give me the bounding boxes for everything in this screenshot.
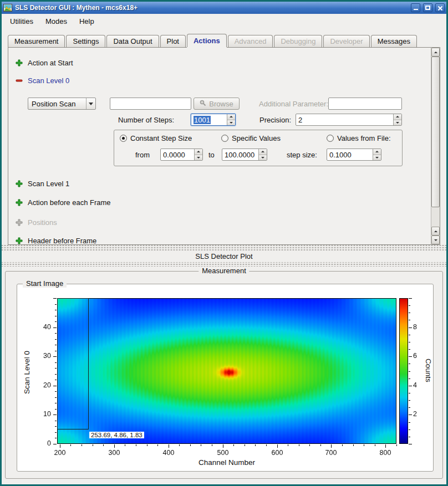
radio-checked-icon [120, 135, 127, 142]
step-size-spinbox[interactable]: 0.1000 [327, 149, 381, 161]
axis-tick [375, 444, 375, 446]
maximize-button[interactable] [423, 3, 432, 12]
menu-modes[interactable]: Modes [42, 16, 71, 27]
positions-label: Positions [28, 218, 57, 227]
collapse-minus-icon[interactable] [16, 77, 23, 84]
tab-data-output[interactable]: Data Output [106, 35, 159, 47]
step-size-value[interactable]: 0.1000 [327, 149, 373, 160]
spin-up-button[interactable] [259, 149, 267, 155]
heatmap-canvas[interactable] [57, 298, 396, 444]
expand-plus-icon[interactable] [16, 237, 23, 244]
spin-down-button[interactable] [394, 120, 401, 126]
splitter-handle[interactable] [2, 245, 446, 250]
browse-button[interactable]: Browse [194, 98, 240, 110]
scan-script-field[interactable] [110, 98, 191, 110]
radio-specific-values[interactable]: Specific Values [221, 134, 281, 142]
scan-level-1-label: Scan Level 1 [28, 180, 69, 188]
axis-tick [233, 444, 234, 446]
from-spinbox[interactable]: 0.0000 [160, 149, 203, 161]
from-value[interactable]: 0.0000 [161, 149, 194, 160]
axis-tick [103, 444, 104, 446]
splitter-handle-lower[interactable] [2, 262, 446, 267]
radio-values-from-file[interactable]: Values from File: [327, 134, 391, 142]
axis-tick [409, 305, 410, 306]
minimize-button[interactable] [411, 3, 420, 12]
tab-advanced[interactable]: Advanced [228, 35, 273, 47]
tab-measurement[interactable]: Measurement [8, 35, 65, 47]
axis-tick [53, 328, 57, 328]
additional-parameter-field[interactable] [328, 98, 402, 110]
axis-tick [55, 409, 57, 410]
number-of-steps-spinbox[interactable]: 1001 [191, 114, 236, 126]
number-of-steps-value[interactable]: 1001 [191, 114, 227, 125]
y-tick-label: 20 [34, 381, 51, 389]
tab-developer[interactable]: Developer [323, 35, 369, 47]
combo-dropdown-arrow[interactable] [86, 98, 95, 109]
spin-up-button[interactable] [195, 149, 202, 155]
actions-content: Action at Start Scan Level 0 Position Sc… [8, 48, 431, 244]
y-tick-label: 0 [34, 439, 51, 447]
scrollbar-thumb[interactable] [431, 57, 440, 207]
tab-debugging[interactable]: Debugging [274, 35, 322, 47]
axis-tick [55, 374, 57, 375]
to-value[interactable]: 100.0000 [222, 149, 258, 160]
titlebar[interactable]: SLS Detector GUI : Mythen - mcs6x18+ [2, 2, 446, 14]
scan-level-1-row[interactable]: Scan Level 1 [16, 180, 69, 188]
radio-constant-label: Constant Step Size [130, 134, 192, 142]
from-label: from [135, 149, 150, 161]
axis-tick [409, 437, 410, 437]
axis-tick [353, 444, 354, 446]
magnifier-icon [200, 100, 206, 108]
expand-plus-icon-disabled [16, 219, 23, 226]
tab-plot[interactable]: Plot [160, 35, 186, 47]
header-before-frame-row[interactable]: Header before Frame [16, 237, 96, 244]
tab-actions[interactable]: Actions [187, 34, 227, 47]
menu-help[interactable]: Help [75, 16, 98, 27]
to-spinbox[interactable]: 100.0000 [222, 149, 267, 161]
axis-tick [409, 371, 410, 372]
axis-tick [53, 415, 57, 415]
axis-tick [309, 444, 310, 446]
spin-up-button[interactable] [394, 114, 401, 120]
axis-tick [409, 364, 410, 364]
expand-plus-icon[interactable] [16, 59, 23, 66]
expand-plus-icon[interactable] [16, 180, 23, 187]
positions-row[interactable]: Positions [16, 218, 57, 227]
spin-up-button[interactable] [373, 149, 381, 155]
axis-tick [409, 444, 412, 444]
y-tick-label: 30 [34, 352, 51, 360]
axis-tick [385, 444, 386, 448]
expand-plus-icon[interactable] [16, 199, 23, 206]
scroll-up-button[interactable] [431, 48, 440, 57]
scan-level-0-row[interactable]: Scan Level 0 [16, 76, 69, 85]
axis-tick [409, 407, 410, 408]
spin-down-button[interactable] [259, 155, 267, 161]
axis-tick [55, 339, 57, 340]
spin-buttons [393, 114, 401, 125]
radio-constant-step-size[interactable]: Constant Step Size [120, 134, 192, 142]
tab-messages[interactable]: Messages [371, 35, 417, 47]
spin-up-button[interactable] [227, 114, 235, 120]
scan-mode-combo[interactable]: Position Scan [28, 98, 96, 110]
y-axis-title: Scan Level 0 [23, 351, 31, 394]
spin-down-button[interactable] [227, 120, 235, 126]
action-at-start-row[interactable]: Action at Start [16, 59, 73, 67]
axis-tick [55, 438, 57, 438]
precision-spinbox[interactable]: 2 [296, 114, 402, 126]
scroll-down-button[interactable] [431, 236, 440, 244]
axis-tick [53, 444, 57, 444]
scroll-up-button-bottom[interactable] [431, 227, 440, 236]
scan-level-0-label: Scan Level 0 [28, 76, 69, 85]
action-before-frame-row[interactable]: Action before each Frame [16, 198, 111, 207]
header-before-frame-label: Header before Frame [28, 237, 96, 244]
spin-down-button[interactable] [373, 155, 381, 161]
precision-value[interactable]: 2 [296, 114, 393, 125]
x-tick-label: 800 [374, 449, 396, 457]
axis-tick [409, 320, 410, 320]
tab-settings[interactable]: Settings [66, 35, 105, 47]
spin-down-button[interactable] [195, 155, 202, 161]
axis-tick [53, 298, 57, 299]
close-button[interactable] [435, 3, 445, 12]
menu-utilities[interactable]: Utilities [6, 16, 37, 27]
actions-scrollbar[interactable] [431, 48, 440, 244]
